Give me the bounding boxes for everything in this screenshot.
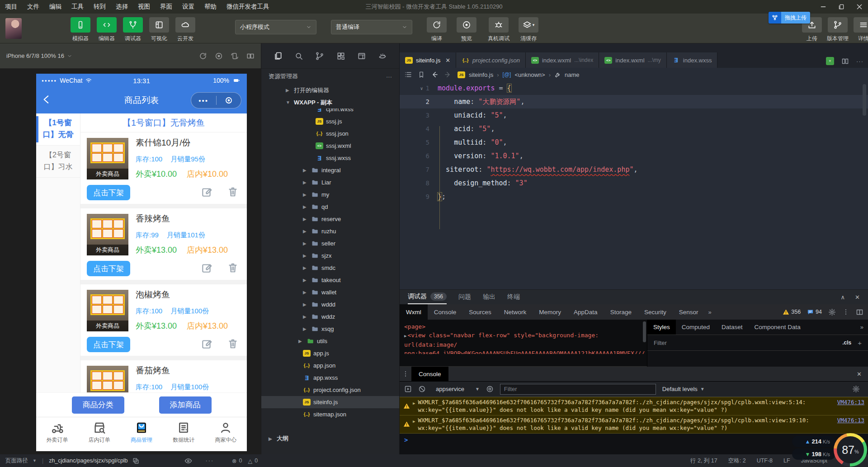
devtools-tab-Console[interactable]: Console <box>428 304 463 320</box>
line-gutter[interactable]: 8 <box>400 179 438 187</box>
menu-item-工具[interactable]: 工具 <box>66 0 89 14</box>
file-row-app.js[interactable]: JSapp.js <box>261 347 399 359</box>
file-row-integral[interactable]: ▶integral <box>261 164 399 176</box>
context-select[interactable]: appservice ▼ <box>432 386 480 392</box>
chevron-down-icon[interactable]: ▼ <box>33 458 37 463</box>
plus-icon[interactable]: + <box>858 339 862 347</box>
close-button[interactable] <box>854 1 865 12</box>
close-icon[interactable]: ✕ <box>857 371 868 377</box>
添加商品-button[interactable]: 添加商品 <box>159 396 212 414</box>
trash-icon[interactable] <box>227 262 239 274</box>
wxml-node[interactable]: ▶<view class="navbar flex-row" style="ba… <box>404 331 647 349</box>
wxml-node[interactable]: <page> <box>404 322 647 331</box>
panel-tab-终端[interactable]: 终端 <box>507 290 520 304</box>
files-icon[interactable] <box>274 52 283 61</box>
line-gutter[interactable]: 3 <box>400 112 438 119</box>
git-icon[interactable] <box>315 52 324 61</box>
file-row-sssj.wxml[interactable]: <>sssj.wxml <box>261 140 399 152</box>
云开发-button[interactable] <box>175 17 195 33</box>
live-expression-icon[interactable] <box>486 385 494 393</box>
wxml-node[interactable]: png;base64,iVBORw0KGgoAAAANSUhEUgAAAEAAA… <box>404 349 647 354</box>
stop-button[interactable] <box>215 52 223 60</box>
chevron-down-icon[interactable] <box>67 53 72 59</box>
edit-icon[interactable] <box>201 338 212 349</box>
devtools-tab-Storage[interactable]: Storage <box>604 304 638 320</box>
category-item[interactable]: 【2号窗口】习水 <box>36 146 80 178</box>
file-row-takeout[interactable]: ▶takeout <box>261 274 399 286</box>
record-icon[interactable] <box>217 96 241 104</box>
more-icon[interactable]: ··· <box>856 58 863 65</box>
line-gutter[interactable]: 2 <box>400 98 438 105</box>
kebab-icon[interactable] <box>400 370 411 377</box>
arrow-left-icon[interactable] <box>430 71 439 79</box>
file-row-sssj.json[interactable]: {..}sssj.json <box>261 127 399 140</box>
outline-section[interactable]: ▶ 大纲 <box>261 433 399 444</box>
problem-counts[interactable]: ⊗ 0 △ 0 <box>232 458 258 464</box>
tab-外卖订单[interactable]: 外卖订单 <box>36 417 78 451</box>
console-tab[interactable]: Console <box>411 367 448 381</box>
file-row-seller[interactable]: ▶seller <box>261 237 399 250</box>
source-link[interactable]: VM476:13 <box>837 416 864 432</box>
category-item[interactable]: 【1号窗口】无骨 <box>36 113 80 146</box>
take-down-button[interactable]: 点击下架 <box>87 337 130 352</box>
close-icon[interactable]: ✕ <box>855 294 860 301</box>
file-row-project.config.json[interactable]: {..}project.config.json <box>261 384 399 396</box>
可视化-button[interactable] <box>149 17 169 33</box>
tab-数据统计[interactable]: 数据统计 <box>163 417 205 451</box>
more-icon[interactable]: ··· <box>386 73 392 80</box>
menu-item-选择[interactable]: 选择 <box>111 0 133 14</box>
wxml-inspector[interactable]: <page>▶<view class="navbar flex-row" sty… <box>400 320 647 367</box>
warnings-badge[interactable]: 356 <box>783 309 801 316</box>
device-selector[interactable]: iPhone 6/7/8 100% 16 <box>6 52 64 59</box>
list-icon[interactable] <box>404 71 412 79</box>
file-row-cphh.wxss[interactable]: Ǝcphh.wxss <box>261 108 399 115</box>
menu-item-帮助[interactable]: 帮助 <box>199 0 222 14</box>
devtools-tab-Sources[interactable]: Sources <box>462 304 498 320</box>
styles-tab-Dataset[interactable]: Dataset <box>716 320 749 335</box>
mode-select[interactable]: 小程序模式 <box>235 20 316 34</box>
file-row-qd[interactable]: ▶qd <box>261 201 399 213</box>
split-editor-icon[interactable] <box>841 57 849 65</box>
more-tabs-icon[interactable]: » <box>860 324 868 330</box>
code-area[interactable]: ∨1module.exports = {2 name: "大鹏资源网",3 un… <box>400 81 868 289</box>
tab-商品管理[interactable]: 商品管理 <box>120 417 162 451</box>
devtools-tab-Network[interactable]: Network <box>498 304 533 320</box>
encoding[interactable]: UTF-8 <box>757 458 773 464</box>
log-levels-select[interactable]: Default levels ▼ <box>662 386 705 392</box>
docker-icon[interactable] <box>378 52 387 61</box>
file-row-wddz[interactable]: ▶wddz <box>261 311 399 323</box>
cursor-position[interactable]: 行 2, 列 17 <box>690 457 717 465</box>
line-gutter[interactable]: 4 <box>400 125 438 132</box>
版本管理-button[interactable] <box>828 17 848 33</box>
panes-icon[interactable] <box>856 308 863 316</box>
file-row-sjzx[interactable]: ▶sjzx <box>261 250 399 262</box>
avatar[interactable] <box>5 18 22 39</box>
file-row-wddd[interactable]: ▶wddd <box>261 298 399 311</box>
bookmark-icon[interactable] <box>418 71 425 78</box>
编辑器-button[interactable] <box>97 17 117 33</box>
file-row-Liar[interactable]: ▶Liar <box>261 176 399 189</box>
close-icon[interactable]: ✕ <box>445 57 450 64</box>
kebab-icon[interactable] <box>842 308 849 316</box>
file-row-siteinfo.js[interactable]: JSsiteinfo.js <box>261 396 399 408</box>
editor-tab-index.wxml[interactable]: <>index.wxml...\my <box>599 52 667 68</box>
console-warning[interactable]: ▶WXMLRT_$7a685f636a6469616e632f706167657… <box>400 415 868 434</box>
file-row-sssj.js[interactable]: JSsssj.js <box>261 115 399 127</box>
file-row-wallet[interactable]: ▶wallet <box>261 286 399 298</box>
line-gutter[interactable]: 5 <box>400 139 438 146</box>
eval-context-icon[interactable] <box>404 385 412 393</box>
back-chevron-icon[interactable] <box>41 94 52 105</box>
take-down-button[interactable]: 点击下架 <box>87 185 130 200</box>
编译-button[interactable] <box>427 17 447 33</box>
devtools-tab-Memory[interactable]: Memory <box>533 304 567 320</box>
expand-arrow-icon[interactable]: ▶ <box>413 398 415 414</box>
console-filter-input[interactable] <box>500 384 656 395</box>
styles-tab-Styles[interactable]: Styles <box>647 320 676 335</box>
eye-icon[interactable] <box>184 457 192 465</box>
gear-icon[interactable] <box>852 385 863 393</box>
workspace-root[interactable]: ▼ WXAPP - 副本 <box>261 96 399 108</box>
editor-tab-index.wxss[interactable]: Ǝindex.wxss <box>667 52 718 68</box>
panel-tab-调试器[interactable]: 调试器356 <box>408 290 447 304</box>
more-dots-icon[interactable]: ••• <box>191 97 216 104</box>
file-row-utils[interactable]: ▶utils <box>261 335 399 347</box>
